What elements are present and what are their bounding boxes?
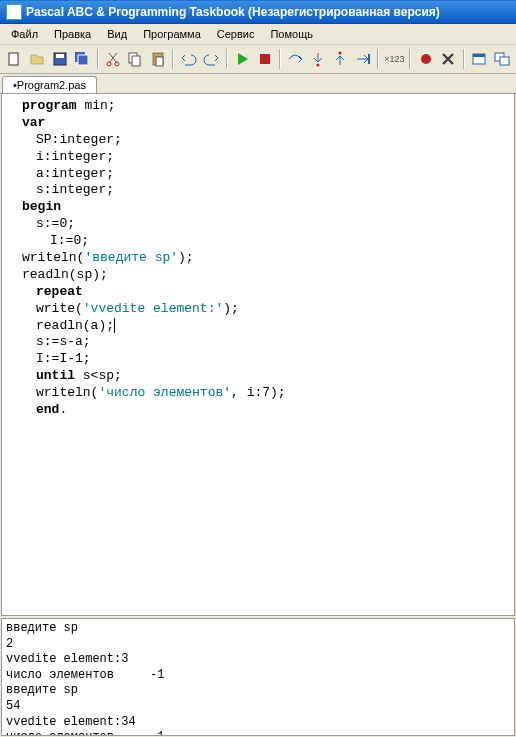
svg-rect-14 (368, 54, 370, 64)
redo-icon[interactable] (201, 48, 222, 70)
menu-view[interactable]: Вид (100, 26, 134, 42)
output-line: введите sp (6, 683, 78, 697)
separator (172, 49, 174, 69)
svg-rect-11 (260, 54, 270, 64)
open-icon[interactable] (27, 48, 48, 70)
save-all-icon[interactable] (72, 48, 93, 70)
break-icon[interactable] (415, 48, 436, 70)
kw-var: var (22, 115, 45, 130)
titlebar: Pascal ABC & Programming Taskbook (Незар… (0, 0, 516, 24)
separator (97, 49, 99, 69)
svg-rect-0 (9, 53, 18, 65)
step-over-icon[interactable] (285, 48, 306, 70)
svg-rect-19 (500, 57, 509, 65)
undo-icon[interactable] (178, 48, 199, 70)
svg-point-15 (421, 54, 431, 64)
tab-file[interactable]: •Program2.pas (2, 76, 97, 93)
kw-end: end (36, 402, 59, 417)
cursor-position (114, 318, 115, 333)
output-line: 54 (6, 699, 20, 713)
output-panel[interactable]: введите sp 2 vvedite element:3 число эле… (1, 618, 515, 736)
menu-edit[interactable]: Правка (47, 26, 98, 42)
window-title: Pascal ABC & Programming Taskbook (Незар… (26, 5, 440, 19)
svg-rect-4 (78, 55, 88, 65)
svg-rect-10 (156, 57, 163, 66)
menu-help[interactable]: Помощь (263, 26, 320, 42)
separator (279, 49, 281, 69)
output-line: введите sp (6, 621, 78, 635)
cut-icon[interactable] (103, 48, 124, 70)
output-line: vvedite element:34 (6, 715, 136, 729)
toolbar: ×123 (0, 45, 516, 74)
tab-bar: •Program2.pas (0, 74, 516, 94)
output-line: число элементов -1 (6, 730, 164, 736)
copy-icon[interactable] (125, 48, 146, 70)
window1-icon[interactable] (469, 48, 490, 70)
window2-icon[interactable] (491, 48, 512, 70)
output-line: vvedite element:3 (6, 652, 128, 666)
new-icon[interactable] (4, 48, 25, 70)
svg-point-13 (339, 52, 342, 55)
kw-program: program (22, 98, 77, 113)
kw-until: until (36, 368, 75, 383)
menu-program[interactable]: Программа (136, 26, 208, 42)
run-icon[interactable] (232, 48, 253, 70)
save-icon[interactable] (49, 48, 70, 70)
tab-label: Program2.pas (17, 79, 86, 91)
step-out-icon[interactable] (330, 48, 351, 70)
kw-repeat: repeat (36, 284, 83, 299)
svg-rect-8 (132, 56, 140, 66)
step-into-icon[interactable] (308, 48, 329, 70)
clear-break-icon[interactable] (438, 48, 459, 70)
separator (409, 49, 411, 69)
output-line: 2 (6, 637, 13, 651)
var-icon[interactable]: ×123 (383, 48, 405, 70)
svg-rect-2 (56, 54, 64, 58)
stop-icon[interactable] (254, 48, 275, 70)
separator (226, 49, 228, 69)
svg-rect-17 (473, 54, 485, 57)
menu-service[interactable]: Сервис (210, 26, 262, 42)
app-icon (6, 4, 22, 20)
run-to-icon[interactable] (353, 48, 374, 70)
svg-point-12 (316, 64, 319, 67)
menu-file[interactable]: Файл (4, 26, 45, 42)
separator (463, 49, 465, 69)
kw-begin: begin (22, 199, 61, 214)
separator (377, 49, 379, 69)
menubar: Файл Правка Вид Программа Сервис Помощь (0, 24, 516, 45)
paste-icon[interactable] (148, 48, 169, 70)
output-line: число элементов -1 (6, 668, 164, 682)
code-editor[interactable]: program min; var SP:integer; i:integer; … (1, 94, 515, 616)
